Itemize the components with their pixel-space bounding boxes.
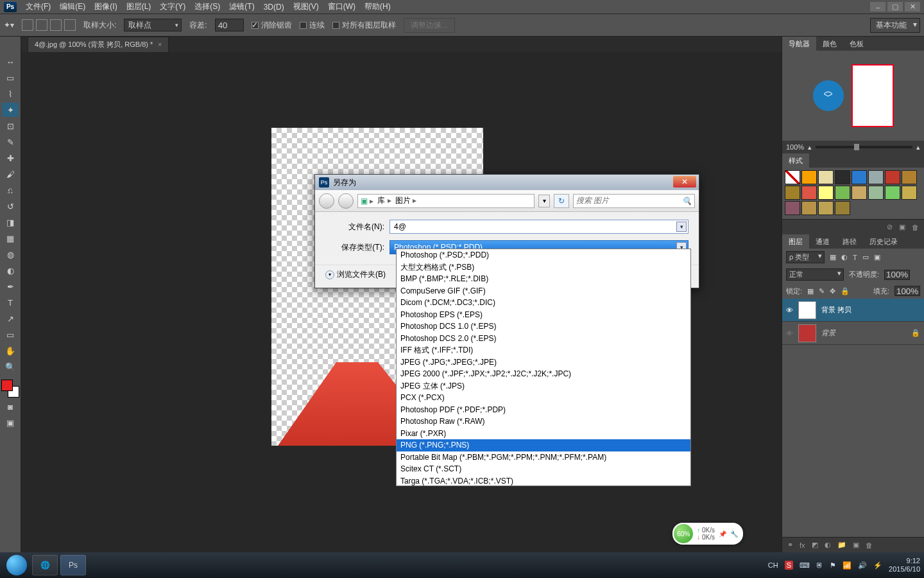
menu-select[interactable]: 选择(S) (194, 1, 220, 12)
menu-3d[interactable]: 3D(D) (264, 3, 284, 12)
filetype-option[interactable]: CompuServe GIF (*.GIF) (397, 285, 690, 297)
zoom-in-icon[interactable]: ▴ (916, 143, 920, 152)
filetype-option[interactable]: Targa (*.TGA;*.VDA;*.ICB;*.VST) (397, 475, 690, 487)
refresh-button[interactable]: ↻ (554, 194, 569, 208)
zoom-slider[interactable] (816, 146, 912, 148)
workspace-dropdown[interactable]: 基本功能 (870, 18, 920, 33)
contiguous-checkbox[interactable]: 连续 (300, 20, 325, 31)
menu-filter[interactable]: 滤镜(T) (229, 1, 254, 12)
shape-tool-icon[interactable]: ▭ (2, 328, 19, 342)
layer-name-0[interactable]: 背景 拷贝 (821, 305, 851, 315)
nav-zoom-value[interactable]: 100% (786, 143, 804, 151)
tray-flag-icon[interactable]: ⚑ (830, 561, 836, 570)
color-swatch[interactable] (1, 380, 19, 398)
visibility-eye-icon[interactable]: 👁 (786, 306, 793, 314)
taskbar-app-photoshop[interactable]: Ps (60, 555, 86, 575)
net-settings-icon[interactable]: 🔧 (730, 530, 738, 538)
healing-brush-tool-icon[interactable]: ✚ (2, 151, 19, 165)
filetype-option[interactable]: Photoshop EPS (*.EPS) (397, 309, 690, 321)
style-swatch[interactable] (902, 170, 917, 184)
tab-channels[interactable]: 通道 (809, 234, 836, 249)
blend-mode-dropdown[interactable]: 正常 (786, 268, 844, 281)
screenmode-icon[interactable]: ▣ (2, 416, 19, 430)
style-swatch[interactable] (902, 186, 917, 200)
filetype-option[interactable]: Photoshop DCS 1.0 (*.EPS) (397, 320, 690, 333)
zoom-out-icon[interactable]: ▴ (808, 143, 812, 152)
filetype-option[interactable]: Photoshop DCS 2.0 (*.EPS) (397, 333, 690, 345)
window-maximize-button[interactable]: ▢ (887, 2, 903, 12)
start-button[interactable] (4, 552, 30, 578)
tab-history[interactable]: 历史记录 (863, 234, 904, 249)
navigator-thumbnail[interactable] (851, 64, 894, 127)
history-brush-tool-icon[interactable]: ↺ (2, 199, 19, 213)
adjustment-icon[interactable]: ◐ (825, 541, 831, 549)
link-layers-icon[interactable]: ⚭ (787, 541, 793, 549)
nav-back-button[interactable] (319, 193, 334, 209)
menu-view[interactable]: 视图(V) (293, 1, 319, 12)
tolerance-input[interactable] (215, 19, 244, 31)
fx-icon[interactable]: fx (800, 541, 805, 549)
filter-pixel-icon[interactable]: ▦ (830, 253, 836, 261)
menu-layer[interactable]: 图层(L) (126, 1, 151, 12)
network-speed-widget[interactable]: 60% ↑ 0K/s ↓ 0K/s 📌 🔧 (672, 523, 743, 545)
marquee-tool-icon[interactable]: ▭ (2, 71, 19, 85)
style-swatch[interactable] (835, 170, 850, 184)
visibility-eye-icon[interactable]: 👁 (786, 329, 793, 337)
eraser-tool-icon[interactable]: ◨ (2, 215, 19, 229)
dialog-close-button[interactable]: ✕ (673, 176, 696, 188)
new-layer-icon[interactable]: ▣ (853, 541, 859, 549)
breadcrumb[interactable]: ▣ 库 图片 (357, 194, 535, 208)
filetype-option[interactable]: PCX (*.PCX) (397, 392, 690, 404)
style-swatch[interactable] (818, 170, 834, 184)
zoom-tool-icon[interactable]: 🔍 (2, 360, 19, 374)
type-tool-icon[interactable]: T (2, 295, 19, 310)
selection-subtract-icon[interactable] (50, 19, 62, 31)
layer-filter-dropdown[interactable]: ρ 类型 (786, 251, 825, 263)
menu-file[interactable]: 文件(F) (26, 1, 51, 12)
filetype-option[interactable]: Scitex CT (*.SCT) (397, 463, 690, 475)
menu-window[interactable]: 窗口(W) (328, 1, 355, 12)
style-clear-icon[interactable]: ⊘ (887, 223, 893, 231)
lock-position-icon[interactable]: ✥ (830, 287, 835, 295)
close-tab-icon[interactable]: × (158, 41, 162, 48)
tab-color[interactable]: 颜色 (816, 37, 843, 51)
filetype-option[interactable]: JPEG 立体 (*.JPS) (397, 380, 690, 392)
filename-history-dropdown[interactable]: ▾ (676, 222, 687, 232)
menu-type[interactable]: 文字(Y) (160, 1, 185, 12)
tray-battery-icon[interactable]: ⚡ (873, 561, 882, 570)
tray-lang[interactable]: CH (768, 561, 778, 569)
filter-smart-icon[interactable]: ▣ (874, 253, 880, 261)
selection-new-icon[interactable] (22, 19, 33, 31)
eyedropper-tool-icon[interactable]: ✎ (2, 135, 19, 149)
tray-signal-icon[interactable]: 📶 (843, 561, 851, 570)
style-swatch[interactable] (835, 201, 850, 215)
document-tab[interactable]: 4@.jpg @ 100% (背景 拷贝, RGB/8) * × (28, 37, 169, 52)
style-swatch[interactable] (835, 186, 850, 200)
style-swatch[interactable] (801, 201, 817, 215)
menu-edit[interactable]: 编辑(E) (60, 1, 85, 12)
window-close-button[interactable]: ✕ (905, 2, 920, 12)
filter-adjust-icon[interactable]: ◐ (841, 253, 848, 261)
filter-type-icon[interactable]: T (853, 254, 857, 261)
filetype-option[interactable]: Pixar (*.PXR) (397, 428, 690, 440)
style-swatch[interactable] (885, 170, 900, 184)
dodge-tool-icon[interactable]: ◐ (2, 263, 19, 277)
filetype-option[interactable]: JPEG (*.JPG;*.JPEG;*.JPE) (397, 356, 690, 369)
blur-tool-icon[interactable]: ◍ (2, 247, 19, 261)
filetype-option[interactable]: Photoshop (*.PSD;*.PDD) (397, 249, 690, 261)
refine-edge-button[interactable]: 调整边缘... (404, 18, 455, 33)
tab-paths[interactable]: 路径 (836, 234, 863, 249)
filename-input[interactable]: 4@ ▾ (389, 220, 689, 234)
tab-navigator[interactable]: 导航器 (782, 37, 816, 51)
lock-pixels-icon[interactable]: ✎ (819, 287, 825, 295)
selection-add-icon[interactable] (36, 19, 47, 31)
gradient-tool-icon[interactable]: ▦ (2, 231, 19, 245)
style-delete-icon[interactable]: 🗑 (912, 223, 919, 231)
group-icon[interactable]: 📁 (837, 541, 846, 549)
style-swatch[interactable] (818, 186, 834, 200)
filetype-option[interactable]: IFF 格式 (*.IFF;*.TDI) (397, 344, 690, 356)
path-selection-tool-icon[interactable]: ↗ (2, 311, 19, 326)
style-swatch[interactable] (868, 186, 884, 200)
tray-clock[interactable]: 9:12 2015/6/10 (889, 557, 920, 574)
style-swatch[interactable] (851, 170, 867, 184)
